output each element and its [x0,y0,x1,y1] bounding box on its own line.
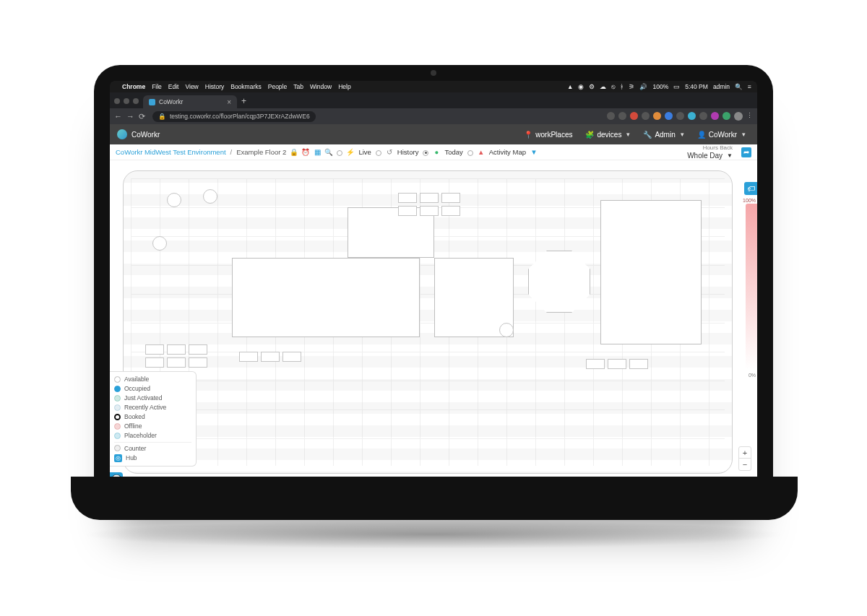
desk-icon [189,344,207,355]
close-tab-icon[interactable]: × [227,98,231,106]
desk-icon [282,352,301,362]
mode-today-radio[interactable] [423,150,428,156]
extension-icon[interactable] [630,112,638,120]
nav-user[interactable]: 👤 CoWorkr [693,131,750,139]
mode-live-radio[interactable] [337,150,342,156]
bluetooth-icon[interactable]: ᚼ [620,83,624,90]
status-icon[interactable]: ◉ [578,83,584,90]
extension-icon[interactable] [618,112,626,120]
new-tab-button[interactable]: + [241,96,246,108]
room [232,258,420,337]
legend-item-offline: Offline [114,422,191,431]
extension-icon[interactable] [676,112,684,120]
heat-scale-min: 0% [749,373,756,378]
status-icon[interactable]: ⎋ [611,83,615,90]
desk-icon [239,352,258,362]
extension-icon[interactable] [607,112,615,120]
extension-icon[interactable] [722,112,730,120]
extension-icon[interactable] [665,112,673,120]
status-dot-icon [114,386,121,392]
desk-icon [167,344,186,355]
nav-devices[interactable]: 🧩 devices [581,131,634,139]
user-label[interactable]: admin [713,83,730,90]
grid-icon[interactable]: ▦ [314,149,321,156]
zoom-in-button[interactable]: + [739,447,751,459]
status-dot-icon [114,445,121,451]
status-dot-icon [114,414,121,420]
window-close-icon[interactable] [114,98,120,104]
desk-icon [420,206,439,216]
floorplan-canvas[interactable]: 🏷 100% 0% [110,160,757,500]
back-icon[interactable]: ← [114,112,122,121]
browser-tab[interactable]: CoWorkr × [143,95,237,108]
window-minimize-icon[interactable] [124,98,129,104]
menubar-item[interactable]: File [152,83,162,90]
floorplan[interactable] [123,170,733,474]
address-bar[interactable]: 🔒 testing.coworkr.co/floorPlan/cqp3P7JEX… [152,111,316,122]
mode-history-radio[interactable] [376,150,381,156]
menubar-item[interactable]: Tab [293,83,303,90]
legend-item-available: Available [114,375,191,384]
status-icon[interactable]: ☁ [600,83,606,90]
battery-label[interactable]: 100% [652,83,668,90]
extension-icon[interactable] [711,112,719,120]
menubar-item[interactable]: View [185,83,198,90]
menubar-item[interactable]: People [268,83,287,90]
status-dot-icon [114,395,121,402]
nav-admin[interactable]: 🔧 Admin [639,131,688,139]
menubar-app[interactable]: Chrome [122,83,145,90]
status-dot-icon [114,404,121,411]
filter-icon[interactable]: ▼ [530,149,538,156]
volume-icon[interactable]: 🔊 [639,83,647,90]
search-icon[interactable]: 🔍 [735,83,743,90]
desk-icon [420,193,439,203]
menu-icon[interactable]: ≡ [748,83,751,90]
mode-activity-label[interactable]: Activity Map [489,148,526,156]
hours-back-dropdown[interactable]: Whole Day ▼ [687,152,733,160]
menubar-item[interactable]: Help [338,83,350,90]
mode-activity-radio[interactable] [467,150,473,156]
wifi-icon[interactable]: ⚞ [629,83,634,90]
window-zoom-icon[interactable] [133,98,139,104]
table-icon [499,323,514,337]
favicon-icon [149,99,155,105]
app-brand[interactable]: CoWorkr [131,131,160,139]
history-icon: ↺ [386,149,393,156]
chrome-tab-strip: CoWorkr × + [110,92,757,108]
share-button[interactable]: ➦ [741,147,751,157]
extension-icon[interactable] [699,112,707,120]
mode-live-label[interactable]: Live [358,148,371,156]
room [600,200,702,344]
mode-today-label[interactable]: Today [444,148,462,156]
reload-icon[interactable]: ⟳ [139,112,145,121]
menubar-item[interactable]: History [205,83,224,90]
url-text: testing.coworkr.co/floorPlan/cqp3P7JEXrA… [170,113,310,120]
extension-icon[interactable] [688,112,696,120]
extension-icon[interactable] [642,112,650,120]
alarm-icon[interactable]: ⏰ [302,149,309,156]
chrome-menu-icon[interactable]: ⋮ [746,112,753,121]
battery-icon[interactable]: ▭ [673,83,680,90]
lock-icon[interactable]: 🔒 [290,149,298,156]
zoom-out-button[interactable]: − [739,459,751,470]
menubar-item[interactable]: Window [310,83,332,90]
status-icon[interactable]: ⚙ [589,83,595,90]
forward-icon[interactable]: → [126,112,134,121]
bolt-icon: ⚡ [347,149,354,156]
nav-workplaces[interactable]: 📍 workPlaces [519,131,577,139]
search-icon[interactable]: 🔍 [325,149,332,156]
heatmap-scale [746,204,757,370]
status-icon[interactable]: ▲ [567,83,573,90]
tags-button[interactable]: 🏷 [744,182,757,195]
legend-item-hub: ◎Hub [114,453,191,463]
app-header: CoWorkr 📍 workPlaces 🧩 devices 🔧 Admin 👤… [110,124,757,144]
clock[interactable]: 5:40 PM [685,83,708,90]
pin-icon: 📍 [524,131,532,139]
breadcrumb-environment[interactable]: CoWorkr MidWest Test Environment [116,148,226,156]
mode-history-label[interactable]: History [397,148,419,156]
menubar-item[interactable]: Edit [168,83,179,90]
menubar-item[interactable]: Bookmarks [230,83,262,90]
profile-avatar[interactable] [734,112,743,121]
extension-icon[interactable] [653,112,661,120]
table-icon [203,189,217,204]
